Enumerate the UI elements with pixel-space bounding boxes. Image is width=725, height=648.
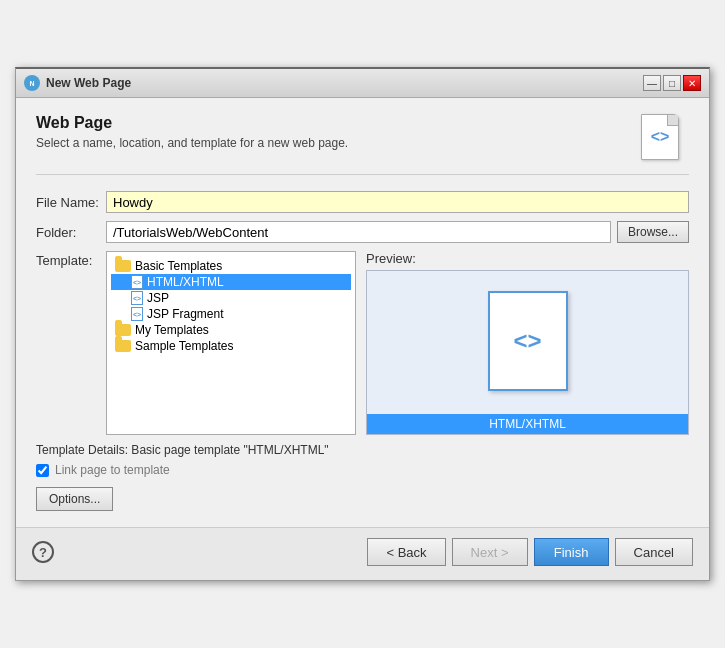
header-text: Web Page Select a name, location, and te… (36, 114, 348, 150)
next-button[interactable]: Next > (452, 538, 528, 566)
folder-label: Folder: (36, 225, 106, 240)
code-symbol: <> (651, 128, 670, 146)
tree-item-html-xhtml[interactable]: <> HTML/XHTML (111, 274, 351, 290)
file-icon-jsp-fragment: <> (131, 307, 143, 321)
page-file-icon: <> (641, 114, 679, 160)
file-name-row: File Name: (36, 191, 689, 213)
options-row: Options... (36, 487, 689, 511)
dialog-window: N New Web Page — □ ✕ Web Page Select a n… (15, 67, 710, 581)
preview-box: <> HTML/XHTML (366, 270, 689, 435)
cancel-button[interactable]: Cancel (615, 538, 693, 566)
browse-button[interactable]: Browse... (617, 221, 689, 243)
finish-button[interactable]: Finish (534, 538, 609, 566)
svg-text:N: N (29, 80, 34, 87)
tree-item-jsp[interactable]: <> JSP (111, 290, 351, 306)
file-icon-jsp: <> (131, 291, 143, 305)
footer: ? < Back Next > Finish Cancel (16, 527, 709, 580)
dialog-icon: N (24, 75, 40, 91)
page-subtitle: Select a name, location, and template fo… (36, 136, 348, 150)
tree-label-my-templates: My Templates (135, 323, 209, 337)
tree-item-sample-templates[interactable]: Sample Templates (111, 338, 351, 354)
preview-name-bar: HTML/XHTML (367, 414, 688, 434)
preview-section: Preview: <> HTML/XHTML (366, 251, 689, 435)
dialog-body: Web Page Select a name, location, and te… (16, 98, 709, 527)
file-icon-html: <> (131, 275, 143, 289)
maximize-button[interactable]: □ (663, 75, 681, 91)
tree-label-jsp: JSP (147, 291, 169, 305)
close-button[interactable]: ✕ (683, 75, 701, 91)
folder-icon-sample (115, 340, 131, 352)
tree-label-jsp-fragment: JSP Fragment (147, 307, 223, 321)
page-title: Web Page (36, 114, 348, 132)
dialog-title: New Web Page (46, 76, 637, 90)
window-controls: — □ ✕ (643, 75, 701, 91)
link-template-label: Link page to template (55, 463, 170, 477)
template-label: Template: (36, 251, 106, 268)
link-template-checkbox[interactable] (36, 464, 49, 477)
help-button[interactable]: ? (32, 541, 54, 563)
preview-code-symbol: <> (513, 327, 541, 355)
header-icon: <> (641, 114, 689, 162)
tree-item-jsp-fragment[interactable]: <> JSP Fragment (111, 306, 351, 322)
tree-item-basic-templates[interactable]: Basic Templates (111, 258, 351, 274)
minimize-button[interactable]: — (643, 75, 661, 91)
folder-input[interactable] (106, 221, 611, 243)
template-details: Template Details: Basic page template "H… (36, 443, 689, 457)
tree-item-my-templates[interactable]: My Templates (111, 322, 351, 338)
title-bar: N New Web Page — □ ✕ (16, 69, 709, 98)
back-button[interactable]: < Back (367, 538, 445, 566)
options-button[interactable]: Options... (36, 487, 113, 511)
template-content: Basic Templates <> HTML/XHTML <> JSP <> (106, 251, 689, 435)
tree-label-basic-templates: Basic Templates (135, 259, 222, 273)
folder-icon-basic (115, 260, 131, 272)
template-row: Template: Basic Templates <> HTML/XHTML (36, 251, 689, 435)
file-name-label: File Name: (36, 195, 106, 210)
header-section: Web Page Select a name, location, and te… (36, 114, 689, 175)
tree-label-sample-templates: Sample Templates (135, 339, 234, 353)
preview-page-icon: <> (488, 291, 568, 391)
footer-buttons: < Back Next > Finish Cancel (367, 538, 693, 566)
preview-label: Preview: (366, 251, 416, 266)
file-name-input[interactable] (106, 191, 689, 213)
folder-row: Folder: Browse... (36, 221, 689, 243)
template-tree[interactable]: Basic Templates <> HTML/XHTML <> JSP <> (106, 251, 356, 435)
tree-label-html-xhtml: HTML/XHTML (147, 275, 224, 289)
folder-icon-my (115, 324, 131, 336)
checkbox-row: Link page to template (36, 463, 689, 477)
